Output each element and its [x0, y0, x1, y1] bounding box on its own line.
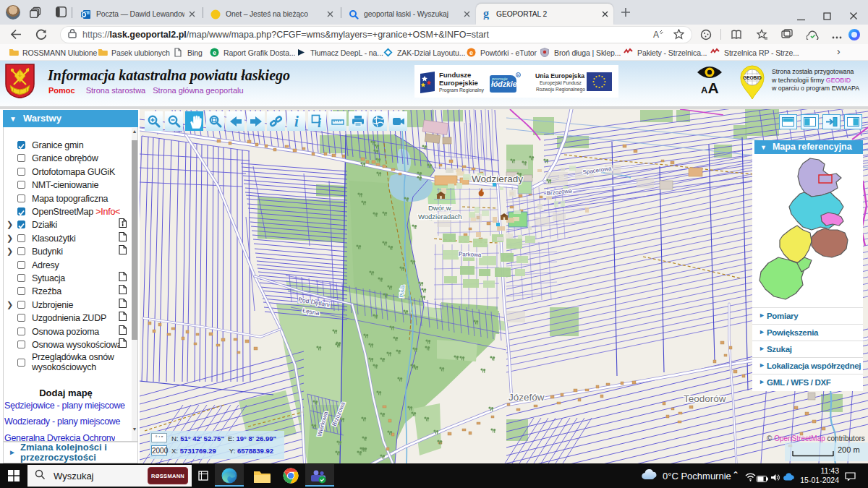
- svg-text:Pisia: Pisia: [399, 285, 407, 299]
- svg-text:Wodzierady: Wodzierady: [472, 174, 523, 184]
- svg-text:i: i: [317, 116, 320, 129]
- svg-text:i: i: [294, 114, 299, 129]
- svg-text:Parkowa: Parkowa: [459, 251, 482, 258]
- svg-text:g: g: [483, 8, 489, 20]
- svg-text:Dwór w: Dwór w: [428, 204, 451, 212]
- svg-text:Józefów: Józefów: [509, 392, 545, 403]
- svg-text:GEOBID: GEOBID: [743, 75, 762, 80]
- svg-text:e: e: [469, 48, 473, 56]
- svg-text:e: e: [213, 48, 216, 56]
- svg-text:A: A: [653, 30, 659, 39]
- svg-text:Wodzieradach: Wodzieradach: [418, 213, 462, 221]
- svg-text:Teodorów: Teodorów: [684, 393, 726, 404]
